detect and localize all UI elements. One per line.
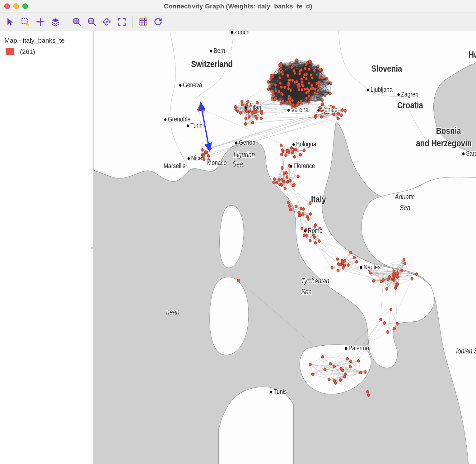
layers-tool[interactable] [48,15,63,29]
svg-point-4438 [287,82,290,85]
svg-point-4679 [333,365,336,368]
svg-point-4422 [269,85,271,88]
svg-point-4520 [260,117,262,120]
fit-extent-tool[interactable] [114,15,129,29]
maximize-icon[interactable] [22,3,28,9]
svg-point-4416 [314,91,316,94]
svg-point-4671 [380,280,383,283]
layers-panel: Map - italy_banks_te (261) [0,31,90,464]
svg-point-4610 [288,204,291,207]
svg-point-4699 [367,394,370,397]
window-title: Connectivity Graph (Weights: italy_banks… [0,2,476,10]
layer-title[interactable]: Map - italy_banks_te [4,37,86,44]
svg-point-4677 [396,322,399,325]
zoom-out-tool[interactable] [84,15,99,29]
svg-point-4727 [188,157,190,160]
svg-text:Ljubljana: Ljubljana [371,86,393,93]
svg-point-4569 [303,149,306,152]
svg-point-4474 [299,70,301,73]
svg-point-4591 [275,181,278,184]
svg-text:Saraj: Saraj [466,149,476,157]
svg-point-4567 [299,153,302,156]
svg-point-4466 [297,103,300,106]
legend-swatch [6,48,14,55]
svg-point-4484 [311,76,314,79]
svg-point-4440 [314,88,316,91]
svg-point-4661 [401,269,403,272]
svg-point-4382 [330,82,332,85]
pointer-tool[interactable] [3,15,18,29]
svg-text:Ligurian: Ligurian [234,150,255,159]
svg-point-4597 [280,183,283,187]
svg-point-4494 [303,73,306,76]
zoom-in-tool[interactable] [69,15,84,29]
svg-point-4485 [317,89,320,92]
svg-point-4566 [280,153,283,156]
svg-point-4539 [314,116,317,119]
svg-point-4701 [237,279,240,282]
svg-point-4585 [286,180,289,183]
svg-point-4488 [319,69,321,72]
map-canvas[interactable]: SwitzerlandSloveniaCroatiaHuBosniaand He… [94,31,476,464]
minimize-icon[interactable] [13,3,19,9]
svg-point-4454 [267,80,269,83]
svg-point-4478 [271,97,273,101]
svg-point-3 [106,21,108,23]
svg-point-4452 [305,91,308,94]
svg-point-4451 [308,89,310,92]
svg-point-4498 [254,115,257,118]
svg-point-4525 [340,114,343,117]
svg-point-4690 [328,378,330,381]
svg-point-4436 [287,74,289,77]
svg-point-4684 [339,379,342,382]
svg-point-4628 [306,234,308,237]
svg-point-4390 [321,99,324,102]
svg-point-4420 [301,81,304,84]
window-controls [0,3,28,9]
svg-point-4544 [322,102,324,106]
svg-point-4700 [366,390,369,393]
panel-resize-handle[interactable] [90,31,94,464]
svg-rect-4 [140,18,147,26]
svg-point-4570 [293,155,296,159]
svg-point-4756 [462,153,464,155]
svg-point-4636 [353,256,356,259]
svg-text:Zurich: Zurich [234,31,250,36]
close-icon[interactable] [4,3,10,9]
svg-point-4381 [296,59,298,62]
pan-tool[interactable] [33,15,48,29]
svg-text:Tunis: Tunis [273,388,287,395]
svg-point-4564 [198,107,200,110]
svg-point-4608 [289,208,292,211]
svg-point-4674 [383,321,385,324]
svg-point-4594 [273,178,276,181]
svg-point-4576 [295,148,297,151]
svg-point-4419 [267,88,270,91]
titlebar: Connectivity Graph (Weights: italy_banks… [0,0,476,13]
svg-point-4430 [319,76,321,79]
resize-grip-icon [91,247,93,249]
content: Map - italy_banks_te (261) [0,31,476,464]
select-rect-tool[interactable] [18,15,33,29]
basemap-tool[interactable] [136,15,151,29]
svg-point-4433 [279,82,282,85]
svg-point-4746 [360,266,362,269]
svg-point-4505 [241,103,244,106]
svg-point-4625 [318,239,320,243]
svg-point-4439 [279,67,282,70]
svg-point-4665 [411,277,413,280]
svg-point-4473 [273,98,276,101]
svg-point-4632 [339,263,342,266]
svg-point-4754 [397,93,399,96]
refresh-tool[interactable] [151,15,166,29]
svg-point-4624 [314,241,317,244]
svg-point-4476 [300,101,302,104]
svg-point-4659 [394,274,396,277]
zoom-selection-tool[interactable] [99,15,114,29]
svg-point-4616 [302,212,304,215]
svg-point-4634 [342,266,344,269]
svg-point-4609 [298,211,300,214]
svg-point-4645 [372,279,375,282]
legend-item[interactable]: (261) [4,48,86,55]
svg-point-4602 [273,181,275,184]
